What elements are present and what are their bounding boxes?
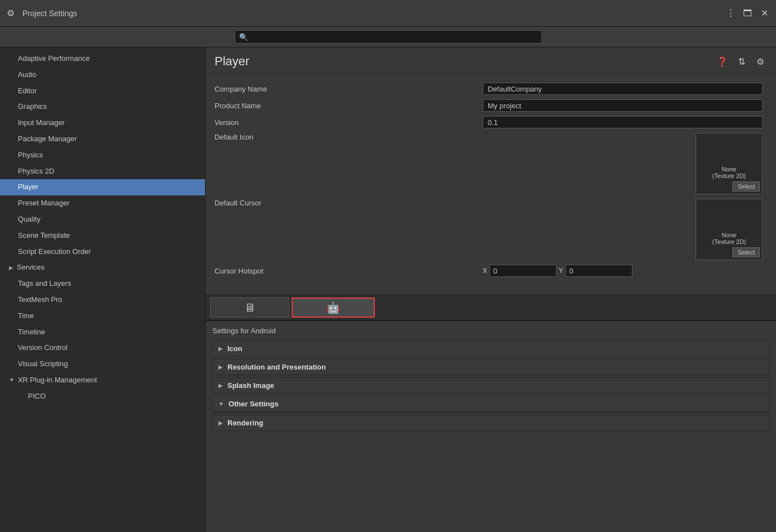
sidebar-item-label-audio: Audio [18, 69, 36, 81]
sidebar-item-physics[interactable]: Physics [0, 147, 205, 164]
sidebar-item-label-time: Time [18, 310, 34, 322]
sidebar-item-label-scene-template: Scene Template [18, 230, 70, 242]
header-actions: ❓ ⇅ ⚙ [716, 55, 767, 68]
presets-btn[interactable]: ⇅ [735, 55, 748, 68]
section-rendering: ▶Rendering [212, 415, 769, 431]
sidebar-item-label-player: Player [18, 181, 39, 193]
version-row: Version [215, 116, 763, 128]
xr-plugin-management-arrow-icon: ▼ [9, 376, 15, 385]
sidebar-item-package-manager[interactable]: Package Manager [0, 131, 205, 147]
sidebar-item-label-graphics: Graphics [18, 101, 47, 113]
sidebar: Adaptive PerformanceAudioEditorGraphicsI… [0, 47, 206, 532]
help-btn[interactable]: ❓ [716, 55, 729, 68]
platform-tabs: 🖥 🤖 [206, 295, 776, 321]
page-title: Player [215, 54, 716, 69]
sidebar-item-label-quality: Quality [18, 214, 40, 226]
section-header-other-settings[interactable]: ▼Other Settings [213, 396, 769, 412]
sidebar-item-label-preset-manager: Preset Manager [18, 198, 70, 209]
sidebar-item-preset-manager[interactable]: Preset Manager [0, 195, 205, 212]
default-icon-select-btn[interactable]: Select [732, 181, 760, 191]
section-icon: ▶Icon [212, 341, 769, 357]
sidebar-item-label-physics: Physics [18, 150, 43, 161]
section-arrow-splash-image: ▶ [218, 382, 223, 389]
sidebar-item-services[interactable]: ▶Services [0, 260, 205, 276]
cursor-hotspot-y[interactable] [565, 265, 632, 277]
sidebar-item-label-visual-scripting: Visual Scripting [18, 358, 68, 370]
cursor-hotspot-label: Cursor Hotspot [215, 267, 483, 275]
section-arrow-resolution: ▶ [218, 364, 223, 370]
sidebar-item-label-timeline: Timeline [18, 327, 45, 338]
sidebar-item-version-control[interactable]: Version Control [0, 340, 205, 356]
section-other-settings: ▼Other Settings [212, 396, 769, 413]
more-options-btn[interactable]: ⋮ [725, 7, 737, 20]
sidebar-item-timeline[interactable]: Timeline [0, 324, 205, 341]
tab-android[interactable]: 🤖 [292, 298, 375, 318]
sidebar-item-scene-template[interactable]: Scene Template [0, 228, 205, 244]
default-cursor-texture[interactable]: None (Texture 2D) Select [696, 199, 763, 260]
sidebar-item-label-tags-and-layers: Tags and Layers [18, 278, 71, 290]
company-name-input[interactable] [483, 83, 763, 95]
default-cursor-select-btn[interactable]: Select [732, 247, 760, 257]
company-name-row: Company Name [215, 83, 763, 95]
x-axis-label: X [483, 267, 487, 275]
settings-icon: ⚙ [7, 8, 18, 19]
sidebar-item-time[interactable]: Time [0, 308, 205, 324]
settings-gear-btn[interactable]: ⚙ [754, 55, 767, 68]
sidebar-item-editor[interactable]: Editor [0, 83, 205, 99]
search-icon: 🔍 [239, 33, 248, 41]
cursor-hotspot-inputs: X Y [483, 265, 763, 277]
default-icon-label: Default Icon [215, 133, 483, 141]
maximize-btn[interactable]: 🗖 [741, 7, 754, 20]
sidebar-item-script-execution-order[interactable]: Script Execution Order [0, 244, 205, 260]
sidebar-item-pico[interactable]: PICO [0, 389, 205, 405]
settings-for-android-label: Settings for Android [212, 325, 769, 336]
sidebar-item-label-physics-2d: Physics 2D [18, 166, 54, 178]
sidebar-item-label-script-execution-order: Script Execution Order [18, 246, 91, 258]
default-cursor-label: Default Cursor [215, 199, 483, 207]
services-arrow-icon: ▶ [9, 263, 13, 272]
section-header-resolution[interactable]: ▶Resolution and Presentation [213, 360, 769, 375]
section-label-rendering: Rendering [227, 419, 263, 427]
cursor-hotspot-row: Cursor Hotspot X Y [215, 265, 763, 277]
sidebar-item-input-manager[interactable]: Input Manager [0, 115, 205, 131]
default-icon-row: Default Icon None (Texture 2D) Select [215, 133, 763, 194]
search-wrap: 🔍 [235, 30, 542, 44]
sidebar-item-label-version-control: Version Control [18, 342, 68, 354]
y-axis-label: Y [559, 267, 563, 275]
version-input[interactable] [483, 116, 763, 128]
section-arrow-rendering: ▶ [218, 420, 223, 426]
tab-desktop[interactable]: 🖥 [210, 298, 289, 318]
main-layout: Adaptive PerformanceAudioEditorGraphicsI… [0, 47, 776, 532]
sidebar-item-label-adaptive-performance: Adaptive Performance [18, 53, 90, 65]
sidebar-item-label-editor: Editor [18, 85, 37, 97]
default-icon-texture-label2: (Texture 2D) [698, 172, 760, 179]
default-cursor-texture-label1: None [698, 232, 760, 238]
sidebar-item-player[interactable]: Player [0, 179, 205, 195]
section-header-icon[interactable]: ▶Icon [213, 341, 769, 356]
sidebar-item-label-services: Services [17, 262, 45, 274]
sidebar-item-tags-and-layers[interactable]: Tags and Layers [0, 276, 205, 292]
search-input[interactable] [235, 30, 542, 44]
sidebar-item-graphics[interactable]: Graphics [0, 99, 205, 115]
company-name-label: Company Name [215, 85, 483, 93]
default-icon-texture[interactable]: None (Texture 2D) Select [696, 133, 763, 194]
cursor-hotspot-x[interactable] [489, 265, 556, 277]
section-label-splash-image: Splash Image [227, 381, 274, 390]
section-header-splash-image[interactable]: ▶Splash Image [213, 378, 769, 393]
section-label-resolution: Resolution and Presentation [227, 363, 326, 371]
sidebar-item-label-pico: PICO [28, 391, 46, 402]
section-header-rendering[interactable]: ▶Rendering [213, 415, 769, 430]
window-title: Project Settings [22, 9, 77, 18]
sidebar-item-quality[interactable]: Quality [0, 212, 205, 228]
close-btn[interactable]: ✕ [758, 7, 770, 20]
sidebar-item-label-input-manager: Input Manager [18, 117, 65, 129]
sidebar-item-textmesh-pro[interactable]: TextMesh Pro [0, 292, 205, 308]
product-name-input[interactable] [483, 99, 763, 112]
sidebar-item-audio[interactable]: Audio [0, 67, 205, 83]
sidebar-item-physics-2d[interactable]: Physics 2D [0, 164, 205, 180]
section-resolution: ▶Resolution and Presentation [212, 359, 769, 375]
sidebar-item-visual-scripting[interactable]: Visual Scripting [0, 356, 205, 372]
sidebar-item-adaptive-performance[interactable]: Adaptive Performance [0, 51, 205, 67]
window-controls: ⋮ 🗖 ✕ [725, 7, 770, 20]
sidebar-item-xr-plugin-management[interactable]: ▼XR Plug-in Management [0, 372, 205, 389]
